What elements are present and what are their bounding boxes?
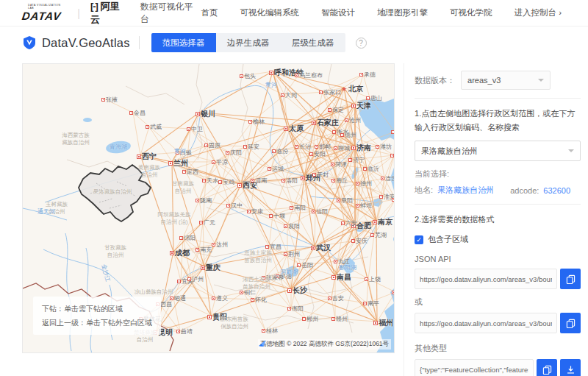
hint-line-2: 返回上一级：单击下钻外空白区域 bbox=[42, 316, 152, 330]
brand-divider: | bbox=[77, 7, 80, 19]
step2-instruction: 2.选择需要的数据格式 bbox=[415, 213, 581, 227]
geoatlas-shield-icon bbox=[22, 35, 37, 50]
include-children-row: ✓ 包含子区域 bbox=[415, 234, 581, 245]
copy-icon bbox=[566, 274, 576, 284]
place-value-link[interactable]: 果洛藏族自治州 bbox=[437, 185, 494, 196]
or-label: 或 bbox=[415, 297, 581, 308]
side-panel: 数据版本： areas_v3 1.点击左侧地图选择行政区划范围，或在下方输入行政… bbox=[404, 63, 582, 376]
app-title: DataV.GeoAtlas bbox=[42, 36, 130, 50]
datav-logo[interactable]: DATA VISUALIZATION LAB DATAV bbox=[22, 4, 67, 21]
step1-instruction: 1.点击左侧地图选择行政区划范围，或在下方输入行政区划编码、名称搜索 bbox=[415, 107, 581, 134]
selection-detail-row: 地名: 果洛藏族自治州 adcode: 632600 bbox=[415, 185, 581, 196]
datav-logo-subtext: DATA VISUALIZATION LAB bbox=[28, 4, 67, 10]
data-version-select[interactable]: areas_v3 bbox=[461, 71, 551, 90]
tab-0[interactable]: 范围选择器 bbox=[151, 33, 216, 52]
json-api-row-2 bbox=[415, 313, 581, 333]
tab-bar: 范围选择器边界生成器层级生成器 bbox=[151, 33, 345, 52]
copy-icon bbox=[566, 319, 576, 328]
json-api-url-input-2[interactable] bbox=[415, 313, 557, 333]
geoatlas-logo[interactable]: DataV.GeoAtlas bbox=[22, 35, 130, 50]
include-children-checkbox[interactable]: ✓ bbox=[415, 235, 423, 244]
json-api-label: JSON API bbox=[415, 255, 581, 263]
map-attribution: 高德地图 © 2022 高德软件 GS京(2022)1061号 bbox=[258, 339, 391, 350]
place-label: 地名: bbox=[415, 185, 433, 196]
platform-label: 数据可视化平台 bbox=[140, 1, 201, 26]
aliyun-logo[interactable]: [-] 阿里云 bbox=[90, 0, 129, 26]
datav-logo-word: DATAV bbox=[21, 10, 68, 21]
include-children-label: 包含子区域 bbox=[428, 234, 468, 245]
chevron-down-icon bbox=[568, 149, 574, 152]
copy-button[interactable] bbox=[537, 359, 557, 376]
main-nav: 首页可视化编辑系统智能设计地理图形引擎可视化学院进入控制台 › bbox=[201, 7, 562, 18]
nav-item-4[interactable]: 可视化学院 bbox=[450, 7, 492, 18]
region-search-select[interactable]: 果洛藏族自治州 bbox=[415, 141, 581, 161]
current-selection-label: 当前选择: bbox=[415, 169, 581, 180]
adcode-label: adcode: bbox=[510, 186, 539, 195]
adcode-value-link[interactable]: 632600 bbox=[543, 186, 570, 195]
brand-group: DATA VISUALIZATION LAB DATAV | [-] 阿里云 数… bbox=[22, 0, 201, 26]
tab-2[interactable]: 层级生成器 bbox=[281, 33, 345, 52]
copy-icon bbox=[542, 365, 552, 375]
other-type-label: 其他类型 bbox=[415, 343, 581, 354]
geojson-text-input[interactable] bbox=[415, 359, 534, 376]
copy-button[interactable] bbox=[560, 269, 581, 289]
toolbar: DataV.GeoAtlas 范围选择器边界生成器层级生成器 ? bbox=[0, 26, 588, 59]
drill-hint-overlay: 下钻：单击需下钻的区域 返回上一级：单击下钻外空白区域 bbox=[33, 297, 161, 335]
nav-item-3[interactable]: 地理图形引擎 bbox=[377, 7, 428, 18]
download-button[interactable] bbox=[560, 359, 581, 376]
tab-1[interactable]: 边界生成器 bbox=[216, 33, 281, 52]
divider bbox=[415, 204, 581, 205]
nav-item-1[interactable]: 可视化编辑系统 bbox=[240, 7, 299, 18]
map-canvas[interactable]: ★北京天津呼和浩特石家庄太原济南郑州西安银川兰州西宁成都重庆武汉合肥南京南昌长沙… bbox=[22, 63, 395, 353]
aliyun-bracket-icon: [-] bbox=[90, 1, 98, 12]
amap-logo-icon bbox=[258, 339, 266, 347]
help-icon[interactable]: ? bbox=[356, 38, 367, 49]
json-api-row bbox=[415, 269, 581, 289]
region-search-value: 果洛藏族自治州 bbox=[421, 146, 478, 157]
copy-button[interactable] bbox=[560, 313, 581, 333]
geojson-row bbox=[415, 359, 581, 376]
data-version-label: 数据版本： bbox=[415, 75, 455, 86]
nav-item-5[interactable]: 进入控制台 › bbox=[514, 7, 562, 18]
divider bbox=[415, 98, 581, 99]
download-icon bbox=[566, 365, 576, 375]
data-version-row: 数据版本： areas_v3 bbox=[415, 71, 581, 90]
nav-item-0[interactable]: 首页 bbox=[201, 7, 218, 18]
chevron-down-icon bbox=[538, 79, 544, 82]
content-area: ★北京天津呼和浩特石家庄太原济南郑州西安银川兰州西宁成都重庆武汉合肥南京南昌长沙… bbox=[0, 59, 588, 376]
hint-line-1: 下钻：单击需下钻的区域 bbox=[42, 302, 152, 316]
top-header: DATA VISUALIZATION LAB DATAV | [-] 阿里云 数… bbox=[0, 0, 588, 26]
map-attribution-text: 高德地图 © 2022 高德软件 GS京(2022)1061号 bbox=[260, 340, 389, 349]
nav-item-2[interactable]: 智能设计 bbox=[321, 7, 355, 18]
toolbar-divider bbox=[139, 36, 140, 49]
data-version-value: areas_v3 bbox=[467, 76, 501, 85]
json-api-url-input[interactable] bbox=[415, 269, 557, 289]
